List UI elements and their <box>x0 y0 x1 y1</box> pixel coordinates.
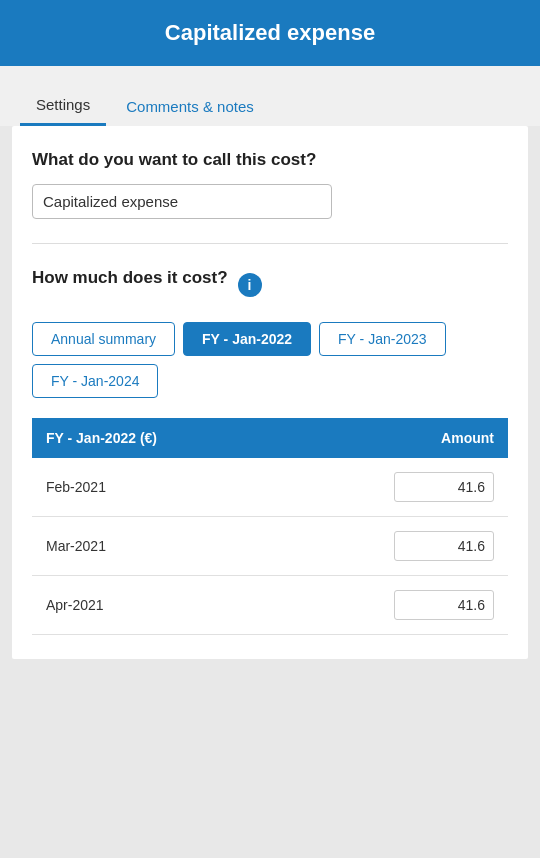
page-title: Capitalized expense <box>165 20 375 45</box>
cost-section: How much does it cost? i Annual summary … <box>32 268 508 635</box>
section-divider <box>32 243 508 244</box>
amount-input-2[interactable] <box>394 590 494 620</box>
period-tab-group: Annual summary FY - Jan-2022 FY - Jan-20… <box>32 322 508 398</box>
tab-settings[interactable]: Settings <box>20 86 106 126</box>
cost-name-input[interactable] <box>32 184 332 219</box>
table-row: Feb-2021 <box>32 458 508 517</box>
name-question: What do you want to call this cost? <box>32 150 508 170</box>
period-tab-fy2022[interactable]: FY - Jan-2022 <box>183 322 311 356</box>
period-tab-annual[interactable]: Annual summary <box>32 322 175 356</box>
period-cell: Mar-2021 <box>32 517 280 576</box>
name-section: What do you want to call this cost? <box>32 150 508 219</box>
period-tab-fy2024[interactable]: FY - Jan-2024 <box>32 364 158 398</box>
period-tab-fy2023[interactable]: FY - Jan-2023 <box>319 322 445 356</box>
info-icon[interactable]: i <box>238 273 262 297</box>
cost-question: How much does it cost? <box>32 268 228 288</box>
table-header-row: FY - Jan-2022 (€) Amount <box>32 418 508 458</box>
tab-comments[interactable]: Comments & notes <box>110 86 270 126</box>
amount-input-0[interactable] <box>394 472 494 502</box>
period-cell: Apr-2021 <box>32 576 280 635</box>
table-col-period: FY - Jan-2022 (€) <box>32 418 280 458</box>
table-row: Mar-2021 <box>32 517 508 576</box>
amount-cell <box>280 517 508 576</box>
tabs-area: Settings Comments & notes <box>0 66 540 126</box>
period-cell: Feb-2021 <box>32 458 280 517</box>
table-col-amount: Amount <box>280 418 508 458</box>
cost-table: FY - Jan-2022 (€) Amount Feb-2021 Mar-20… <box>32 418 508 635</box>
table-row: Apr-2021 <box>32 576 508 635</box>
cost-header: How much does it cost? i <box>32 268 508 302</box>
page-header: Capitalized expense <box>0 0 540 66</box>
table-body: Feb-2021 Mar-2021 Apr-2021 <box>32 458 508 635</box>
main-card: What do you want to call this cost? How … <box>12 126 528 659</box>
amount-cell <box>280 458 508 517</box>
tab-bar: Settings Comments & notes <box>20 86 520 126</box>
amount-cell <box>280 576 508 635</box>
amount-input-1[interactable] <box>394 531 494 561</box>
